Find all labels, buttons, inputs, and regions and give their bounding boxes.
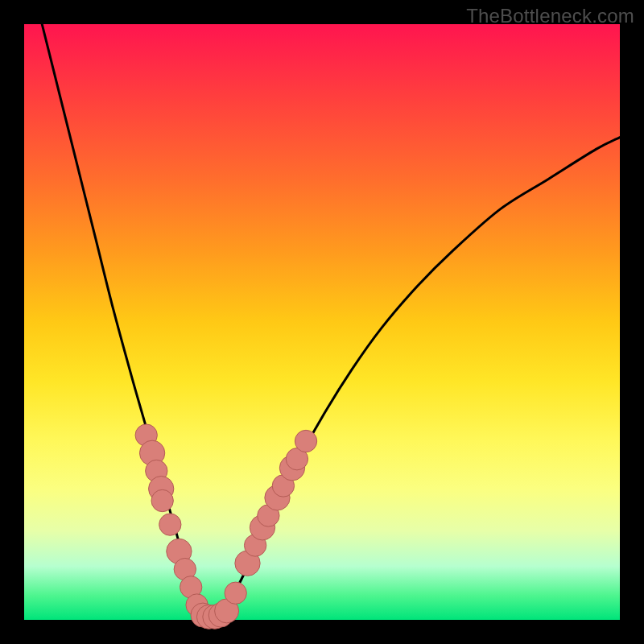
marker-dot (159, 514, 181, 535)
curve-svg (24, 24, 620, 620)
marker-dot (295, 430, 316, 452)
plot-area (24, 24, 620, 620)
curve-markers (135, 424, 317, 629)
bottleneck-curve (42, 24, 620, 621)
marker-dot (151, 489, 173, 511)
chart-frame: TheBottleneck.com (0, 0, 644, 644)
marker-dot (225, 582, 246, 604)
